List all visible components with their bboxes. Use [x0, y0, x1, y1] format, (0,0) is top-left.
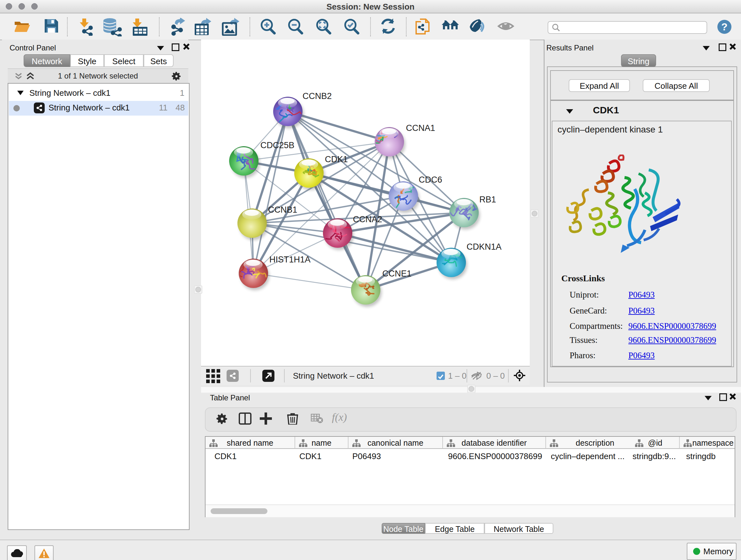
svg-text:CCNB2: CCNB2 [302, 91, 332, 101]
svg-text:CDK1: CDK1 [325, 154, 348, 164]
svg-text:CDC6: CDC6 [419, 175, 442, 185]
svg-text:CCNB1: CCNB1 [268, 205, 297, 214]
svg-text:CCNE1: CCNE1 [382, 269, 412, 278]
svg-text:CDC25B: CDC25B [260, 140, 294, 150]
svg-text:?: ? [721, 21, 728, 33]
svg-text:RB1: RB1 [479, 195, 496, 204]
svg-text:CDKN1A: CDKN1A [467, 242, 502, 252]
svg-text:HIST1H1A: HIST1H1A [269, 255, 311, 264]
svg-text:CCNA2: CCNA2 [353, 214, 382, 224]
svg-text:CCNA1: CCNA1 [406, 123, 435, 133]
